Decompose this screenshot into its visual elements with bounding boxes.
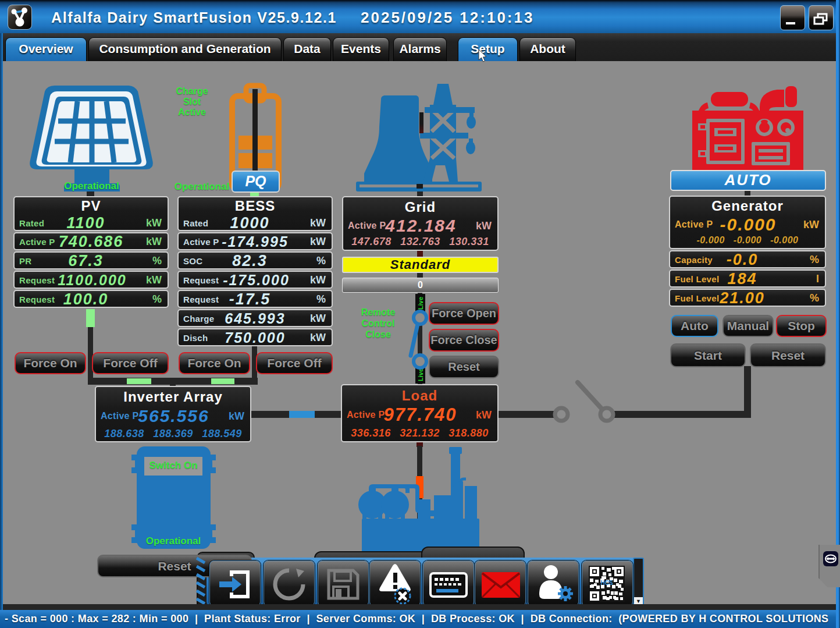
svg-text:HCS: HCS: [600, 580, 613, 586]
